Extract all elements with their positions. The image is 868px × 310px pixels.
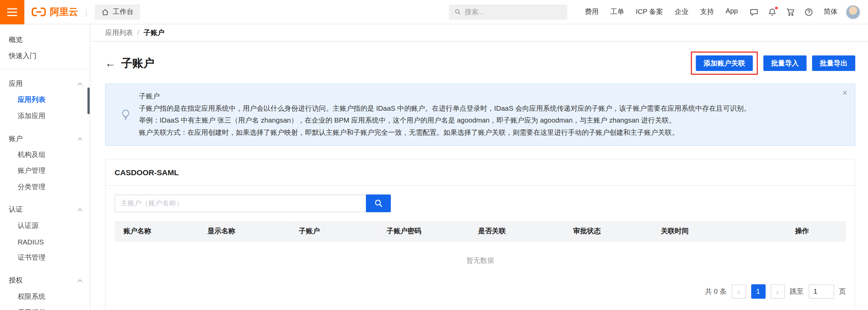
notification-dot bbox=[775, 6, 778, 9]
back-arrow-icon[interactable]: ← bbox=[105, 58, 116, 69]
account-search bbox=[115, 195, 846, 212]
sidebar-divider bbox=[0, 69, 90, 69]
banner-line-3: 账户关联方式：在应用创建时，如果选择了账户映射，即默认主账户和子账户完全一致，无… bbox=[139, 127, 751, 139]
notification-bell-icon[interactable] bbox=[768, 7, 777, 16]
sidebar-item-quickstart[interactable]: 快速入门 bbox=[0, 48, 90, 64]
pagination-jump-input[interactable] bbox=[809, 284, 834, 298]
chevron-up-icon bbox=[78, 137, 82, 142]
aliyun-logo-text: 阿里云 bbox=[50, 5, 78, 18]
aliyun-logo[interactable]: 阿里云 bbox=[32, 5, 78, 18]
col-link-time: 关联时间 bbox=[652, 221, 758, 241]
page-title: 子账户 bbox=[121, 56, 154, 71]
sidebar-item-category-management[interactable]: 分类管理 bbox=[0, 179, 90, 195]
topbar-search-input[interactable] bbox=[465, 8, 562, 16]
message-icon[interactable] bbox=[750, 7, 758, 16]
pagination-unit-label: 页 bbox=[839, 287, 846, 296]
topbar-search[interactable] bbox=[449, 4, 567, 20]
breadcrumb-current: 子账户 bbox=[143, 28, 164, 37]
col-display-name: 显示名称 bbox=[199, 221, 290, 241]
sidebar-item-permission-systems[interactable]: 权限系统 bbox=[0, 289, 90, 305]
aliyun-logo-icon bbox=[32, 7, 46, 17]
pagination-prev-button[interactable]: ‹ bbox=[732, 284, 746, 298]
sidebar-item-cert-management[interactable]: 证书管理 bbox=[0, 250, 90, 266]
sidebar-scrollbar-thumb[interactable] bbox=[88, 88, 90, 114]
batch-import-button[interactable]: 批量导入 bbox=[764, 55, 807, 71]
account-search-input[interactable] bbox=[115, 195, 366, 212]
pagination-page-1[interactable]: 1 bbox=[751, 284, 765, 298]
sidebar-group-authorization[interactable]: 授权 bbox=[0, 273, 90, 289]
main-content: 应用列表 / 子账户 ← 子账户 添加账户关联 批量导入 批量导出 bbox=[90, 24, 868, 310]
topbar-link-support[interactable]: 支持 bbox=[700, 7, 714, 17]
workbench-button[interactable]: 工作台 bbox=[94, 4, 140, 20]
chevron-up-icon bbox=[78, 83, 82, 87]
sidebar-group-authentication[interactable]: 认证 bbox=[0, 202, 90, 218]
topbar-icons bbox=[750, 7, 813, 16]
aliyun-idaas-console: 阿里云 | 工作台 费用 工单 ICP 备案 企业 支持 App bbox=[0, 0, 868, 310]
help-icon[interactable] bbox=[804, 7, 813, 16]
sidebar-item-auth-sources[interactable]: 认证源 bbox=[0, 218, 90, 234]
pagination-jump-label: 跳至 bbox=[790, 287, 804, 296]
add-account-link-button[interactable]: 添加账户关联 bbox=[696, 55, 753, 71]
sidebar: 概览 快速入门 应用 应用列表 添加应用 账户 机构及组 账户管理 分类管理 认… bbox=[0, 24, 90, 310]
sidebar-item-add-app[interactable]: 添加应用 bbox=[0, 108, 90, 124]
topbar-link-icp[interactable]: ICP 备案 bbox=[636, 7, 663, 17]
col-sub-account-password: 子账户密码 bbox=[378, 221, 469, 241]
breadcrumb-app-list[interactable]: 应用列表 bbox=[105, 28, 133, 37]
pagination-next-button[interactable]: › bbox=[770, 284, 785, 298]
sidebar-item-app-authorization[interactable]: 应用授权 bbox=[0, 305, 90, 310]
sidebar-item-org-groups[interactable]: 机构及组 bbox=[0, 147, 90, 163]
annotation-red-box: 添加账户关联 bbox=[691, 52, 758, 75]
banner-text: 子账户 子账户指的是在指定应用系统中，用户会以什么身份进行访问。主账户指的是 I… bbox=[139, 91, 751, 139]
banner-line-1: 子账户指的是在指定应用系统中，用户会以什么身份进行访问。主账户指的是 IDaaS… bbox=[139, 103, 751, 115]
col-account-name: 账户名称 bbox=[115, 221, 199, 241]
banner-title: 子账户 bbox=[139, 91, 751, 103]
pagination: 共 0 条 ‹ 1 › 跳至 页 bbox=[115, 284, 846, 298]
account-search-button[interactable] bbox=[366, 195, 391, 212]
topbar-link-fees[interactable]: 费用 bbox=[585, 7, 599, 17]
home-icon bbox=[101, 8, 109, 16]
sidebar-group-apps[interactable]: 应用 bbox=[0, 76, 90, 92]
hamburger-menu-button[interactable] bbox=[0, 0, 24, 24]
card-title: CASDOOR-SAML bbox=[106, 160, 855, 186]
sidebar-group-authorization-label: 授权 bbox=[9, 276, 23, 286]
sidebar-group-authentication-label: 认证 bbox=[9, 205, 23, 215]
banner-line-2: 举例：IDaaS 中有主账户 张三（用户名 zhangsan），在企业的 BPM… bbox=[139, 115, 751, 127]
chevron-up-icon bbox=[78, 208, 82, 213]
col-sub-account: 子账户 bbox=[290, 221, 378, 241]
sidebar-item-app-list[interactable]: 应用列表 bbox=[0, 92, 90, 108]
breadcrumb: 应用列表 / 子账户 bbox=[90, 24, 868, 42]
hamburger-menu-icon bbox=[7, 8, 17, 9]
account-card: CASDOOR-SAML bbox=[105, 159, 855, 310]
topbar-link-tickets[interactable]: 工单 bbox=[611, 7, 624, 17]
empty-row: 暂无数据 bbox=[115, 242, 846, 272]
search-icon bbox=[374, 199, 383, 208]
locale-switcher[interactable]: 简体 bbox=[824, 7, 837, 17]
topbar: 阿里云 | 工作台 费用 工单 ICP 备案 企业 支持 App bbox=[0, 0, 868, 24]
sidebar-group-accounts-label: 账户 bbox=[9, 134, 23, 144]
topbar-link-app[interactable]: App bbox=[726, 7, 738, 17]
batch-export-button[interactable]: 批量导出 bbox=[812, 55, 855, 71]
chevron-up-icon bbox=[78, 279, 82, 284]
topbar-links: 费用 工单 ICP 备案 企业 支持 App bbox=[585, 7, 738, 17]
topbar-divider: | bbox=[85, 7, 87, 16]
col-approval-status: 审批状态 bbox=[564, 221, 652, 241]
table-header-row: 账户名称 显示名称 子账户 子账户密码 是否关联 审批状态 关联时间 操作 bbox=[115, 221, 846, 241]
topbar-link-enterprise[interactable]: 企业 bbox=[675, 7, 689, 17]
pagination-total: 共 0 条 bbox=[705, 287, 727, 296]
page-header: ← 子账户 添加账户关联 批量导入 批量导出 bbox=[105, 52, 855, 75]
sidebar-group-apps-label: 应用 bbox=[9, 79, 23, 89]
breadcrumb-separator: / bbox=[137, 29, 139, 37]
col-is-linked: 是否关联 bbox=[469, 221, 564, 241]
workbench-label: 工作台 bbox=[113, 7, 133, 17]
sidebar-item-overview[interactable]: 概览 bbox=[0, 32, 90, 48]
sidebar-group-accounts[interactable]: 账户 bbox=[0, 131, 90, 147]
sidebar-item-account-management[interactable]: 账户管理 bbox=[0, 163, 90, 179]
sidebar-item-radius[interactable]: RADIUS bbox=[0, 234, 90, 250]
col-actions: 操作 bbox=[758, 221, 846, 241]
cart-icon[interactable] bbox=[786, 7, 795, 16]
info-banner: 子账户 子账户指的是在指定应用系统中，用户会以什么身份进行访问。主账户指的是 I… bbox=[105, 84, 855, 146]
close-icon[interactable]: × bbox=[842, 89, 847, 97]
lightbulb-icon bbox=[120, 109, 132, 121]
user-avatar[interactable] bbox=[846, 5, 860, 19]
search-icon bbox=[454, 8, 461, 15]
